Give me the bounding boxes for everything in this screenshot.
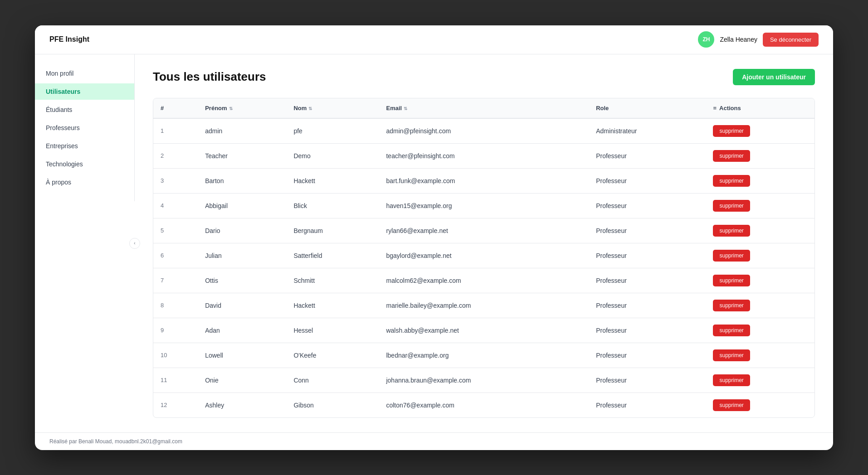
body-layout: Mon profilUtilisateursÉtudiantsProfesseu… (35, 54, 833, 432)
filter-icon: ≡ (713, 105, 717, 111)
users-table: #Prénom⇅Nom⇅Email⇅Role≡Actions 1adminpfe… (153, 98, 814, 417)
delete-button[interactable]: supprimer (713, 349, 750, 361)
cell-prenom: Adan (198, 318, 286, 343)
delete-button[interactable]: supprimer (713, 250, 750, 262)
cell-num: 7 (153, 268, 198, 293)
sidebar-item-entreprises[interactable]: Entreprises (35, 138, 134, 154)
delete-button[interactable]: supprimer (713, 175, 750, 187)
cell-num: 9 (153, 318, 198, 343)
cell-role: Administrateur (589, 118, 706, 144)
cell-role: Professeur (589, 368, 706, 393)
cell-role: Professeur (589, 318, 706, 343)
cell-actions: supprimer (706, 293, 814, 318)
delete-button[interactable]: supprimer (713, 374, 750, 386)
cell-prenom: David (198, 293, 286, 318)
sidebar-item-mon-profil[interactable]: Mon profil (35, 65, 134, 82)
delete-button[interactable]: supprimer (713, 125, 750, 137)
cell-prenom: admin (198, 118, 286, 144)
cell-actions: supprimer (706, 318, 814, 343)
page-title: Tous les utilisateurs (153, 70, 266, 84)
cell-email: haven15@example.org (379, 193, 589, 218)
delete-button[interactable]: supprimer (713, 225, 750, 237)
sidebar-collapse-button[interactable]: ‹ (129, 238, 140, 249)
table-header-row: #Prénom⇅Nom⇅Email⇅Role≡Actions (153, 98, 814, 118)
cell-email: colton76@example.com (379, 393, 589, 417)
cell-num: 5 (153, 218, 198, 243)
cell-nom: Bergnaum (286, 218, 379, 243)
delete-button[interactable]: supprimer (713, 300, 750, 311)
cell-email: rylan66@example.net (379, 218, 589, 243)
col-header-nom[interactable]: Nom⇅ (286, 98, 379, 118)
cell-nom: Conn (286, 368, 379, 393)
cell-email: bgaylord@example.net (379, 243, 589, 268)
cell-nom: Hackett (286, 168, 379, 193)
cell-num: 3 (153, 168, 198, 193)
user-avatar: ZH (698, 31, 714, 48)
cell-role: Professeur (589, 343, 706, 368)
cell-prenom: Onie (198, 368, 286, 393)
col-header-num: # (153, 98, 198, 118)
logout-button[interactable]: Se déconnecter (763, 33, 819, 47)
cell-actions: supprimer (706, 368, 814, 393)
delete-button[interactable]: supprimer (713, 399, 750, 411)
delete-button[interactable]: supprimer (713, 200, 750, 212)
sidebar-item-professeurs[interactable]: Professeurs (35, 120, 134, 136)
cell-prenom: Ottis (198, 268, 286, 293)
sidebar-wrapper: Mon profilUtilisateursÉtudiantsProfesseu… (35, 54, 135, 432)
table-row: 4AbbigailBlickhaven15@example.orgProfess… (153, 193, 814, 218)
cell-num: 8 (153, 293, 198, 318)
cell-prenom: Abbigail (198, 193, 286, 218)
cell-num: 6 (153, 243, 198, 268)
cell-role: Professeur (589, 218, 706, 243)
cell-prenom: Teacher (198, 143, 286, 168)
sidebar-item-technologies[interactable]: Technologies (35, 156, 134, 172)
cell-role: Professeur (589, 268, 706, 293)
sidebar-item-a-propos[interactable]: À propos (35, 174, 134, 190)
cell-nom: Hackett (286, 293, 379, 318)
header: PFE Insight ZH Zella Heaney Se déconnect… (35, 25, 833, 54)
sidebar: Mon profilUtilisateursÉtudiantsProfesseu… (35, 54, 135, 201)
table-row: 5DarioBergnaumrylan66@example.netProfess… (153, 218, 814, 243)
cell-nom: Gibson (286, 393, 379, 417)
delete-button[interactable]: supprimer (713, 275, 750, 286)
cell-nom: Blick (286, 193, 379, 218)
cell-actions: supprimer (706, 243, 814, 268)
delete-button[interactable]: supprimer (713, 150, 750, 162)
cell-role: Professeur (589, 143, 706, 168)
col-header-email[interactable]: Email⇅ (379, 98, 589, 118)
col-header-prenom[interactable]: Prénom⇅ (198, 98, 286, 118)
cell-num: 10 (153, 343, 198, 368)
cell-prenom: Dario (198, 218, 286, 243)
cell-role: Professeur (589, 243, 706, 268)
table-body: 1adminpfeadmin@pfeinsight.comAdministrat… (153, 118, 814, 417)
table-row: 9AdanHesselwalsh.abby@example.netProfess… (153, 318, 814, 343)
cell-nom: Hessel (286, 318, 379, 343)
table-row: 1adminpfeadmin@pfeinsight.comAdministrat… (153, 118, 814, 144)
cell-role: Professeur (589, 393, 706, 417)
col-header-actions: ≡Actions (706, 98, 814, 118)
sidebar-item-utilisateurs[interactable]: Utilisateurs (35, 83, 134, 100)
sidebar-item-etudiants[interactable]: Étudiants (35, 102, 134, 118)
footer: Réalisé par Benali Mouad, mouadbnl.2k01@… (35, 432, 833, 450)
cell-actions: supprimer (706, 143, 814, 168)
cell-prenom: Lowell (198, 343, 286, 368)
cell-prenom: Barton (198, 168, 286, 193)
cell-email: walsh.abby@example.net (379, 318, 589, 343)
user-name: Zella Heaney (720, 36, 757, 43)
cell-nom: pfe (286, 118, 379, 144)
cell-role: Professeur (589, 293, 706, 318)
add-user-button[interactable]: Ajouter un utilisateur (733, 69, 815, 85)
cell-actions: supprimer (706, 118, 814, 144)
cell-num: 4 (153, 193, 198, 218)
cell-num: 12 (153, 393, 198, 417)
table-row: 10LowellO'Keefelbednar@example.orgProfes… (153, 343, 814, 368)
main-content: Tous les utilisateurs Ajouter un utilisa… (135, 54, 833, 432)
header-right: ZH Zella Heaney Se déconnecter (698, 31, 819, 48)
delete-button[interactable]: supprimer (713, 325, 750, 336)
sort-icon-email: ⇅ (404, 106, 407, 111)
users-table-container: #Prénom⇅Nom⇅Email⇅Role≡Actions 1adminpfe… (153, 98, 815, 418)
cell-num: 11 (153, 368, 198, 393)
cell-num: 2 (153, 143, 198, 168)
cell-actions: supprimer (706, 168, 814, 193)
cell-email: bart.funk@example.com (379, 168, 589, 193)
